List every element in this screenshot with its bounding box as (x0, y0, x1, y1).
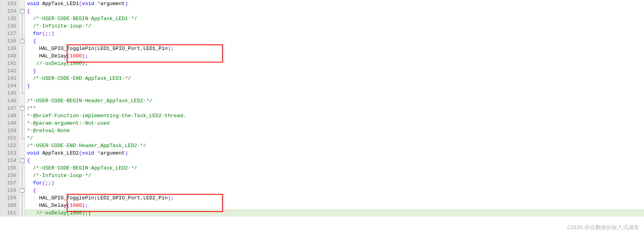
code-line[interactable]: /*·USER·CODE·END·Header_AppTask_LED2·*/ (25, 142, 644, 149)
token-cm: *·@brief·Function·implementing·the·Task_… (27, 113, 186, 119)
token-op: ) (125, 1, 128, 7)
code-line[interactable]: HAL_Delay(1000); (25, 202, 644, 209)
code-line[interactable]: { (25, 187, 644, 194)
token-txt: LED2_GPIO_Port (97, 195, 140, 201)
code-line[interactable]: { (25, 157, 644, 164)
token-txt: AppTask_LED2 (39, 150, 79, 156)
token-op: { (33, 38, 36, 44)
fold-cell (19, 82, 25, 90)
token-cm: /*·USER·CODE·BEGIN·AppTask_LED1·*/ (33, 16, 137, 22)
code-line[interactable]: HAL_GPIO_TogglePin(LED2_GPIO_Port,LED2_P… (25, 194, 644, 202)
fold-cell (19, 15, 25, 22)
code-line[interactable]: for(;;) (25, 179, 644, 187)
token-cm: /** (27, 105, 36, 111)
token-op: * (97, 1, 100, 7)
code-line[interactable]: HAL_Delay(1000); (25, 52, 644, 60)
line-number: 149 (7, 120, 16, 127)
fold-cell[interactable]: − (19, 187, 25, 194)
token-txt (27, 165, 33, 171)
code-line[interactable]: *·@param·argument:·Not·used (25, 120, 644, 127)
fold-cell (19, 194, 25, 202)
token-txt: LED2_Pin (143, 195, 168, 201)
token-op: * (97, 150, 100, 156)
fold-toggle-icon[interactable]: − (20, 188, 24, 193)
code-editor[interactable]: 1331341351361371381391401411421431441451… (0, 0, 644, 217)
token-txt: HAL_Delay (27, 53, 66, 59)
code-line[interactable]: */ (25, 134, 644, 142)
line-number: 152 (7, 142, 16, 149)
line-number: 133 (7, 0, 16, 7)
fold-cell (19, 172, 25, 179)
token-cm: /*·USER·CODE·END·Header_AppTask_LED2·*/ (27, 143, 146, 149)
code-area[interactable]: void AppTask_LED1(void *argument){ /*·US… (25, 0, 644, 217)
line-number: 135 (7, 15, 16, 22)
token-num: 1000 (70, 53, 82, 59)
fold-toggle-icon[interactable]: − (20, 106, 24, 110)
token-op: ); (168, 46, 174, 52)
code-line[interactable]: } (25, 82, 644, 90)
fold-cell[interactable]: − (19, 37, 25, 45)
token-txt (27, 23, 33, 29)
code-line[interactable]: *·@brief·Function·implementing·the·Task_… (25, 112, 644, 120)
token-op: ); (82, 53, 88, 59)
line-number: 148 (7, 112, 16, 120)
token-op: ( (79, 1, 82, 7)
line-number: 156 (7, 172, 16, 179)
line-number: 140 (7, 52, 16, 60)
code-line[interactable]: //·osDelay(1000);| (25, 209, 644, 217)
fold-cell (19, 134, 25, 142)
line-number: 143 (7, 75, 16, 82)
code-line[interactable]: { (25, 37, 644, 45)
token-txt (27, 180, 33, 186)
code-line[interactable]: void AppTask_LED1(void *argument) (25, 0, 644, 7)
code-line[interactable]: /** (25, 105, 644, 112)
fold-cell (19, 60, 25, 67)
token-op: (;;) (42, 31, 54, 37)
token-op: ); (82, 203, 88, 208)
fold-toggle-icon[interactable]: − (20, 158, 24, 163)
fold-cell[interactable]: − (19, 7, 25, 15)
fold-column[interactable]: −−−−− (19, 0, 25, 217)
token-op: } (33, 68, 36, 74)
line-number: 134 (7, 7, 16, 15)
token-cm: */ (27, 135, 33, 141)
fold-cell (19, 90, 25, 97)
fold-cell[interactable]: − (19, 157, 25, 164)
code-line[interactable]: /*·USER·CODE·BEGIN·AppTask_LED2·*/ (25, 164, 644, 172)
line-number: 161 (7, 209, 16, 217)
line-number-gutter: 1331341351361371381391401411421431441451… (0, 0, 19, 217)
code-line[interactable]: HAL_GPIO_TogglePin(LED1_GPIO_Port,LED1_P… (25, 45, 644, 52)
token-kw: void (82, 1, 94, 7)
fold-toggle-icon[interactable]: − (20, 9, 24, 13)
token-op: (;;) (42, 180, 54, 186)
token-cm: /*·USER·CODE·BEGIN·Header_AppTask_LED2·*… (27, 98, 152, 104)
code-line[interactable]: /*·Infinite·loop·*/ (25, 22, 644, 30)
fold-cell[interactable]: − (19, 105, 25, 112)
code-line[interactable]: /*·USER·CODE·END·AppTask_LED1·*/ (25, 75, 644, 82)
token-txt (27, 16, 33, 22)
code-line[interactable]: for(;;) (25, 30, 644, 37)
code-line[interactable]: //·osDelay(1000); (25, 60, 644, 67)
token-op: ( (94, 195, 97, 201)
line-number: 154 (7, 157, 16, 164)
code-line[interactable]: /*·USER·CODE·BEGIN·AppTask_LED1·*/ (25, 15, 644, 22)
token-cm: /*·USER·CODE·END·AppTask_LED1·*/ (33, 75, 131, 81)
code-line[interactable] (25, 90, 644, 97)
fold-cell (19, 97, 25, 105)
token-cm: *·@param·argument:·Not·used (27, 120, 109, 126)
line-number: 157 (7, 179, 16, 187)
code-line[interactable]: } (25, 67, 644, 75)
code-line[interactable]: /*·USER·CODE·BEGIN·Header_AppTask_LED2·*… (25, 97, 644, 105)
code-line[interactable]: /*·Infinite·loop·*/ (25, 172, 644, 179)
token-txt: argument (100, 1, 125, 7)
code-line[interactable]: *·@retval·None (25, 127, 644, 134)
line-number: 150 (7, 127, 16, 134)
code-line[interactable]: { (25, 7, 644, 15)
token-cm: *·@retval·None (27, 128, 69, 134)
line-number: 147 (7, 105, 16, 112)
code-line[interactable]: void AppTask_LED2(void *argument) (25, 149, 644, 157)
fold-cell (19, 22, 25, 30)
token-txt: HAL_Delay (27, 203, 66, 208)
fold-toggle-icon[interactable]: − (20, 39, 24, 43)
token-kw: for (33, 31, 42, 37)
